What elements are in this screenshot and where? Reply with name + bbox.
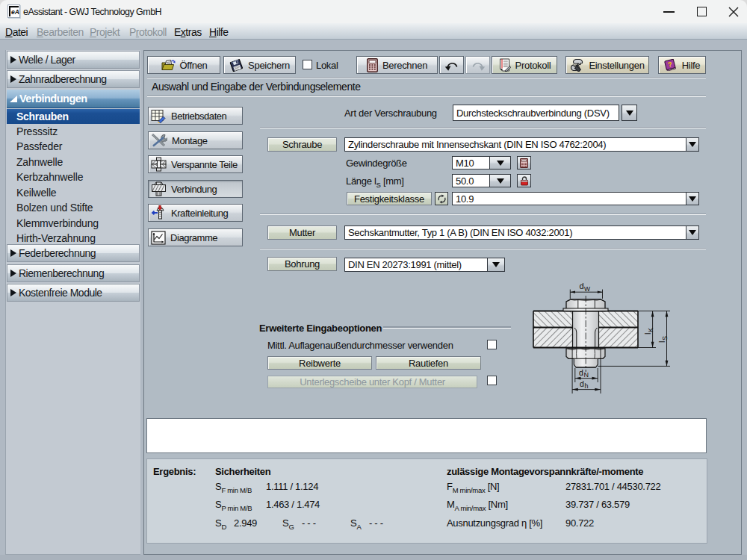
svg-text:d: d <box>579 368 583 377</box>
svg-text:W: W <box>584 285 590 293</box>
svg-text:K: K <box>647 328 654 332</box>
svg-text:d: d <box>580 281 584 290</box>
svg-text:h: h <box>585 382 589 390</box>
svg-text:d: d <box>580 379 584 388</box>
svg-text:N: N <box>584 371 589 379</box>
svg-text:S: S <box>661 336 669 340</box>
